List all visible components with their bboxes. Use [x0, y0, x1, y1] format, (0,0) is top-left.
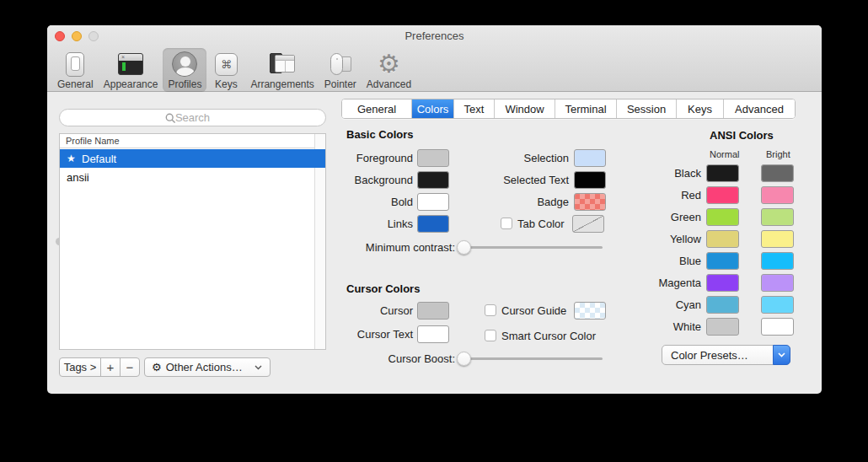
tab-color-checkbox[interactable] [501, 218, 512, 229]
tab-session[interactable]: Session [617, 99, 677, 118]
ansi-normal-color-well[interactable] [706, 230, 739, 248]
tab-text[interactable]: Text [454, 99, 495, 118]
links-color-well[interactable] [417, 215, 449, 233]
slider-knob[interactable] [457, 240, 471, 255]
cursor-boost-row: Cursor Boost: [333, 351, 603, 366]
remove-profile-button[interactable]: − [120, 357, 140, 377]
ansi-normal-color-well[interactable] [706, 296, 739, 314]
cursor-text-color-well[interactable] [417, 325, 449, 343]
smart-cursor-checkbox[interactable] [485, 330, 496, 341]
links-label: Links [333, 218, 413, 230]
ansi-label: Green [637, 211, 701, 223]
minimum-contrast-row: Minimum contrast: [333, 239, 603, 255]
chevron-down-icon [778, 352, 785, 357]
ansi-row-black: Black [637, 164, 794, 183]
tab-general[interactable]: General [342, 99, 412, 118]
minimum-contrast-label: Minimum contrast: [333, 241, 455, 254]
toolbar-item-advanced[interactable]: ⚙ Advanced [362, 48, 416, 92]
tab-terminal[interactable]: Terminal [555, 99, 617, 118]
toolbar-label: Advanced [367, 78, 411, 90]
smart-cursor-row: Smart Cursor Color [485, 326, 596, 345]
ansi-bright-color-well[interactable] [761, 296, 794, 314]
tab-color-row: Tab Color [501, 214, 604, 233]
bold-color-well[interactable] [417, 193, 449, 211]
profile-tabbar: General Colors Text Window Terminal Sess… [341, 99, 796, 119]
cursor-guide-color-well[interactable] [574, 302, 606, 320]
toolbar-item-arrangements[interactable]: Arrangements [245, 48, 319, 92]
profile-list-rows: ★ Default ansii [60, 149, 313, 349]
profile-row-ansii[interactable]: ansii [60, 168, 313, 186]
chevron-down-icon [255, 365, 262, 370]
profile-row-default[interactable]: ★ Default [60, 149, 325, 168]
ansi-normal-color-well[interactable] [706, 208, 739, 226]
slider-track[interactable] [458, 246, 603, 249]
other-actions-label: Other Actions… [166, 361, 243, 373]
search-input[interactable] [60, 110, 325, 126]
toolbar-item-general[interactable]: General [52, 48, 99, 92]
ansi-row-blue: Blue [637, 251, 794, 271]
slider-track[interactable] [458, 357, 603, 360]
search-field [59, 109, 326, 126]
selection-color-well[interactable] [574, 149, 606, 167]
color-presets-dropdown[interactable]: Color Presets… [662, 345, 790, 365]
ansi-bright-color-well[interactable] [761, 252, 794, 270]
toolbar-label: Profiles [168, 78, 201, 90]
tab-color-well[interactable] [572, 215, 604, 233]
smart-cursor-label: Smart Cursor Color [501, 330, 596, 342]
toolbar-item-keys[interactable]: ⌘ Keys [206, 48, 245, 92]
tab-keys[interactable]: Keys [677, 99, 724, 118]
general-icon [61, 51, 89, 78]
keys-icon: ⌘ [212, 51, 240, 78]
bold-label: Bold [333, 196, 413, 208]
ansi-normal-color-well[interactable] [706, 164, 739, 182]
minimum-contrast-slider[interactable] [457, 239, 603, 255]
selection-row: Selection [472, 148, 606, 167]
badge-color-well[interactable] [574, 193, 606, 211]
cursor-text-row: Cursor Text [333, 325, 449, 343]
profile-list-header[interactable]: Profile Name [60, 134, 325, 148]
toolbar-label: General [57, 78, 94, 90]
cursor-text-label: Cursor Text [333, 328, 413, 341]
toolbar-item-appearance[interactable]: Appearance [99, 48, 163, 92]
tab-advanced[interactable]: Advanced [724, 99, 795, 118]
tags-button[interactable]: Tags > [59, 357, 101, 377]
toolbar-label: Keys [215, 78, 238, 90]
links-row: Links [333, 214, 449, 233]
ansi-bright-color-well[interactable] [761, 318, 794, 336]
cursor-color-well[interactable] [417, 302, 449, 320]
slider-knob[interactable] [457, 352, 471, 366]
background-color-well[interactable] [417, 171, 449, 189]
window-title: Preferences [47, 30, 822, 42]
cursor-label: Cursor [333, 304, 413, 317]
selected-text-color-well[interactable] [574, 171, 606, 189]
pointer-icon [326, 51, 355, 78]
ansi-bright-color-well[interactable] [761, 208, 794, 226]
ansi-bright-color-well[interactable] [761, 274, 794, 292]
tab-colors[interactable]: Colors [412, 99, 454, 118]
tab-color-label: Tab Color [517, 218, 565, 230]
advanced-gear-icon: ⚙ [375, 51, 404, 78]
ansi-normal-color-well[interactable] [706, 318, 739, 336]
profiles-icon [170, 51, 199, 78]
ansi-row-red: Red [637, 185, 794, 205]
other-actions-dropdown[interactable]: ⚙ Other Actions… [144, 357, 271, 377]
profile-name: ansii [67, 171, 89, 184]
cursor-boost-slider[interactable] [457, 351, 603, 366]
selected-text-row: Selected Text [472, 170, 606, 189]
ansi-bright-color-well[interactable] [761, 164, 794, 182]
ansi-normal-color-well[interactable] [706, 252, 739, 270]
cursor-guide-checkbox[interactable] [485, 304, 496, 316]
ansi-normal-color-well[interactable] [706, 186, 739, 204]
ansi-colors-heading: ANSI Colors [710, 129, 774, 142]
ansi-bright-color-well[interactable] [761, 186, 794, 204]
ansi-bright-color-well[interactable] [761, 230, 794, 248]
add-profile-button[interactable]: + [100, 357, 121, 377]
toolbar-item-pointer[interactable]: Pointer [319, 48, 362, 92]
ansi-normal-color-well[interactable] [706, 274, 739, 292]
tab-window[interactable]: Window [495, 99, 555, 118]
titlebar[interactable]: Preferences [47, 25, 822, 47]
toolbar-item-profiles[interactable]: Profiles [163, 48, 206, 92]
window-header: Preferences General Appearance Profiles … [47, 25, 822, 92]
foreground-color-well[interactable] [417, 149, 449, 167]
star-icon: ★ [67, 153, 77, 164]
